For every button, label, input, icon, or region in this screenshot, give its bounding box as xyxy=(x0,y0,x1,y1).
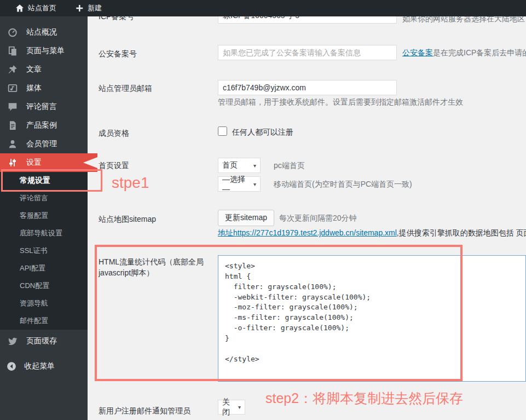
admin-top-bar: 站点首页 新建 xyxy=(0,0,526,16)
chevron-down-icon: ▾ xyxy=(253,181,256,187)
sidebar-item-label: 文章 xyxy=(26,65,42,74)
sidebar-item-settings[interactable]: 设置 xyxy=(0,153,88,172)
user-icon xyxy=(8,139,18,149)
submenu-item-customer-service[interactable]: 客服配置 xyxy=(0,207,88,225)
sidebar-item-media[interactable]: 媒体 xyxy=(0,79,88,97)
html-code-textarea[interactable]: <style> html { filter: grayscale(100%); … xyxy=(218,255,526,382)
document-icon xyxy=(8,120,18,130)
submenu-item-footer-nav[interactable]: 底部导航设置 xyxy=(0,225,88,242)
notify-select[interactable]: 关闭 ▾ xyxy=(218,400,245,415)
update-sitemap-button[interactable]: 更新sitemap xyxy=(218,210,274,226)
notify-select-value: 关闭 xyxy=(222,398,233,417)
annotation-step1-text: stpe1 xyxy=(112,174,149,192)
sidebar-item-label: 页面与菜单 xyxy=(26,46,65,56)
settings-active-arrow-notch xyxy=(83,157,97,168)
toolbar-site-home-label: 站点首页 xyxy=(28,3,56,13)
settings-submenu: 常规设置 评论留言 客服配置 底部导航设置 SSL证书 API配置 CDN配置 … xyxy=(0,172,88,330)
email-label: 站点管理员邮箱 xyxy=(99,83,215,94)
chevron-down-icon: ▾ xyxy=(253,163,256,169)
submenu-item-general-settings[interactable]: 常规设置 xyxy=(0,172,88,189)
submenu-item-mail[interactable]: 邮件配置 xyxy=(0,312,88,330)
sidebar-item-collapse-menu[interactable]: 收起菜单 xyxy=(0,357,88,376)
pages-icon xyxy=(8,46,18,56)
pin-icon xyxy=(8,65,18,74)
sidebar-item-label: 收起菜单 xyxy=(24,361,55,371)
pc-homepage-select-value: 首页 xyxy=(222,160,238,170)
sidebar-item-label: 设置 xyxy=(26,158,42,168)
submenu-item-resource-nav[interactable]: 资源导航 xyxy=(0,295,88,312)
annotation-step2-text: step2：将脚本复制进去然后保存 xyxy=(265,389,463,407)
police-help-link[interactable]: 公安备案 xyxy=(402,48,433,57)
sidebar-item-label: 页面缓存 xyxy=(26,336,57,346)
bird-icon xyxy=(8,336,18,346)
submenu-item-comments[interactable]: 评论留言 xyxy=(0,189,88,207)
membership-label: 成员资格 xyxy=(99,128,215,139)
police-help: 公安备案是在完成ICP备案后去申请的，虽 xyxy=(402,48,526,58)
toolbar-new[interactable]: 新建 xyxy=(70,0,107,16)
pc-homepage-help: pc端首页 xyxy=(274,161,305,171)
submenu-item-api[interactable]: API配置 xyxy=(0,260,88,277)
sidebar-item-posts[interactable]: 文章 xyxy=(0,60,88,79)
sidebar-item-label: 媒体 xyxy=(26,83,42,93)
sidebar-item-page-cache[interactable]: 页面缓存 xyxy=(0,332,88,350)
home-icon xyxy=(15,4,24,13)
dashboard-icon xyxy=(8,27,18,37)
sidebar-item-label: 会员管理 xyxy=(26,139,57,149)
wordpress-admin-screen: ICP备案号 如果你的网站服务器选择在大陆地区，必须 公安备案号 公安备案是在完… xyxy=(0,0,526,420)
sitemap-link[interactable]: 地址https://277c1d1979.test2.jddweb.cn/sit… xyxy=(218,228,397,237)
police-label: 公安备案号 xyxy=(99,48,215,59)
submenu-item-cdn[interactable]: CDN配置 xyxy=(0,277,88,295)
membership-checkbox-label: 任何人都可以注册 xyxy=(232,128,293,137)
toolbar-site-home[interactable]: 站点首页 xyxy=(10,0,62,16)
mobile-homepage-select-value: —选择— xyxy=(222,175,248,193)
sidebar-item-label: 评论留言 xyxy=(26,102,57,112)
sidebar-item-members[interactable]: 会员管理 xyxy=(0,135,88,153)
membership-checkbox[interactable] xyxy=(218,126,227,136)
sitemap-help: 每次更新间隔需20分钟 xyxy=(279,214,357,223)
sliders-icon xyxy=(8,158,18,168)
sidebar-item-comments[interactable]: 评论留言 xyxy=(0,97,88,116)
chevron-down-icon: ▾ xyxy=(238,404,241,410)
sidebar-item-label: 站点概况 xyxy=(26,27,57,37)
sidebar-item-label: 产品案例 xyxy=(26,120,57,130)
collapse-menu-icon xyxy=(7,361,16,371)
toolbar-new-label: 新建 xyxy=(88,3,102,13)
sitemap-label: 站点地图sitemap xyxy=(99,214,215,225)
sidebar-item-pages[interactable]: 页面与菜单 xyxy=(0,42,88,60)
pc-homepage-select[interactable]: 首页 ▾ xyxy=(218,158,261,173)
sitemap-link-line: 地址https://277c1d1979.test2.jddweb.cn/sit… xyxy=(218,228,526,238)
email-help: 管理员邮箱，用于接收系统邮件。设置后需要到指定邮箱激活邮件才生效 xyxy=(218,97,463,107)
email-input[interactable] xyxy=(218,80,397,95)
police-help-rest: 是在完成ICP备案后去申请的，虽 xyxy=(433,48,526,57)
sidebar-item-products[interactable]: 产品案例 xyxy=(0,116,88,135)
mobile-homepage-select[interactable]: —选择— ▾ xyxy=(218,176,261,192)
comment-icon xyxy=(8,102,18,112)
submenu-item-ssl[interactable]: SSL证书 xyxy=(0,242,88,260)
mobile-homepage-help: 移动端首页(为空时首页与PC端首页一致) xyxy=(274,180,412,189)
media-icon xyxy=(8,83,18,93)
sitemap-link-rest: ,提供搜索引擎抓取的数据地图包括 页面,文章 xyxy=(397,228,526,237)
sidebar-item-dashboard[interactable]: 站点概况 xyxy=(0,23,88,42)
plus-icon xyxy=(75,4,84,13)
html-code-label: HTML流量统计代码（底部全局javascript脚本） xyxy=(99,256,215,279)
homepage-label: 首页设置 xyxy=(99,160,215,171)
admin-sidebar: 站点概况 页面与菜单 文章 媒体 评论留言 xyxy=(0,0,88,420)
police-input[interactable] xyxy=(218,45,397,60)
